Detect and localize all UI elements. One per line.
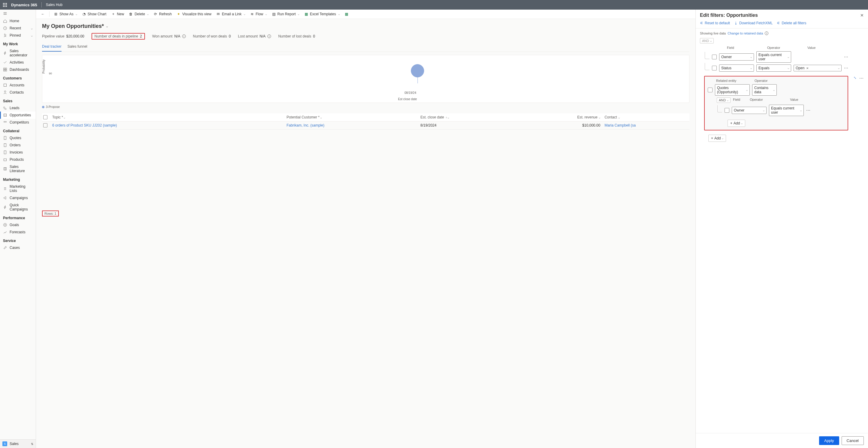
cmd-label: Refresh: [159, 12, 172, 16]
nav-recent[interactable]: Recent ⌵: [0, 25, 36, 32]
nav-goals[interactable]: Goals: [0, 221, 36, 229]
view-title[interactable]: My Open Opportunities* ⌵: [42, 23, 689, 29]
nav-products[interactable]: Products: [0, 156, 36, 163]
metric-pipeline-value: Pipeline value$20,000.00: [42, 34, 84, 38]
area-badge-icon: S: [2, 441, 7, 446]
condition-checkbox[interactable]: [708, 88, 713, 92]
show-chart-button[interactable]: ◔Show Chart: [80, 11, 108, 18]
nav-invoices[interactable]: Invoices: [0, 149, 36, 156]
related-entity-select[interactable]: Quotes (Opportunity)⌵: [715, 84, 750, 96]
more-actions-button[interactable]: ⋯: [806, 108, 811, 113]
col-topic[interactable]: Topic *⌵: [52, 115, 287, 119]
nav-sales-literature[interactable]: Sales Literature: [0, 163, 36, 175]
visualize-button[interactable]: ✦Visualize this view: [175, 11, 213, 18]
select-all-checkbox[interactable]: [43, 115, 48, 119]
chart-bubble[interactable]: [411, 64, 424, 77]
value-tag-input[interactable]: Open✕⌵: [794, 65, 842, 71]
col-close-date[interactable]: Est. close date ↑⌵: [421, 115, 521, 119]
more-actions-button[interactable]: ⋯: [844, 66, 848, 70]
more-actions-button[interactable]: ⋯: [844, 55, 848, 59]
refresh-button[interactable]: ⟳Refresh: [152, 11, 174, 18]
condition-checkbox[interactable]: [712, 66, 717, 70]
operator-select[interactable]: Equals current user⌵: [756, 51, 791, 63]
email-link-button[interactable]: ✉Email a Link⌵: [214, 11, 247, 18]
related-operator-select[interactable]: Contains data⌵: [752, 84, 777, 96]
excel-templates-button[interactable]: ▦Excel Templates⌵: [302, 11, 341, 18]
col-revenue[interactable]: Est. revenue ⌵: [521, 115, 604, 119]
svg-rect-5: [4, 84, 7, 87]
nav-campaigns[interactable]: Campaigns: [0, 194, 36, 202]
nav-dashboards[interactable]: Dashboards: [0, 66, 36, 73]
download-fetchxml-button[interactable]: ⭳Download FetchXML: [734, 21, 773, 25]
cancel-button[interactable]: Cancel: [842, 436, 864, 445]
area-switcher[interactable]: S Sales ⇅: [0, 439, 36, 448]
field-select[interactable]: Status⌵: [719, 65, 754, 72]
close-button[interactable]: ✕: [860, 13, 864, 18]
hamburger-icon[interactable]: [0, 10, 36, 18]
nav-quotes[interactable]: Quotes: [0, 134, 36, 142]
info-icon[interactable]: i: [182, 34, 186, 38]
rows-count: Rows: 1: [42, 210, 59, 216]
operator-select[interactable]: Equals current user⌵: [769, 105, 804, 116]
group-operator-chip[interactable]: AND⌵: [700, 38, 714, 43]
more-actions-button[interactable]: ⋯: [859, 76, 864, 81]
col-customer[interactable]: Potential Customer *⌵: [287, 115, 421, 119]
tab-sales-funnel[interactable]: Sales funnel: [67, 42, 87, 51]
info-icon[interactable]: i: [765, 32, 768, 35]
condition-checkbox[interactable]: [724, 108, 729, 113]
doc-icon: [3, 150, 7, 154]
nav-home[interactable]: Home: [0, 18, 36, 25]
add-nested-button[interactable]: +Add⌵: [727, 119, 745, 127]
chevron-down-icon: ⌵: [338, 12, 340, 15]
app-launcher-icon[interactable]: [3, 3, 7, 7]
flow-button[interactable]: ≋Flow⌵: [248, 11, 269, 18]
nav-contacts[interactable]: Contacts: [0, 89, 36, 96]
chevron-down-icon: ⌵: [722, 137, 723, 140]
nav-forecasts[interactable]: Forecasts: [0, 229, 36, 236]
nav-leads[interactable]: Leads: [0, 104, 36, 111]
wrench-icon: [3, 246, 7, 250]
add-condition-button[interactable]: +Add⌵: [708, 135, 726, 142]
deal-tracker-chart: Probability 90 08/19/24 Est close date: [42, 55, 689, 103]
col-contact[interactable]: Contact ⌵: [604, 115, 688, 119]
excel-icon: ▦: [345, 12, 349, 16]
nav-orders[interactable]: Orders: [0, 142, 36, 149]
change-retained-link[interactable]: Change to retained data: [727, 32, 763, 35]
nav-accounts[interactable]: Accounts: [0, 81, 36, 89]
operator-select[interactable]: Equals⌵: [756, 65, 791, 72]
nested-group-operator-chip[interactable]: AND⌵: [717, 98, 731, 103]
nav-label: Opportunities: [10, 113, 31, 117]
delete-button[interactable]: 🗑Delete⌵: [127, 11, 150, 18]
nav-competitors[interactable]: Competitors: [0, 119, 36, 126]
grid-row[interactable]: 6 orders of Product SKU JJ202 (sample) F…: [42, 122, 689, 130]
cell-customer[interactable]: Fabrikam, Inc. (sample): [287, 123, 421, 128]
condition-checkbox[interactable]: [712, 55, 717, 59]
export-excel-button[interactable]: ▦: [343, 11, 350, 18]
row-checkbox[interactable]: [43, 123, 48, 128]
nav-quick-campaigns[interactable]: Quick Campaigns: [0, 202, 36, 213]
collapse-icon[interactable]: ⤡: [854, 76, 856, 80]
field-select[interactable]: Owner⌵: [719, 54, 754, 61]
cell-topic[interactable]: 6 orders of Product SKU JJ202 (sample): [52, 123, 287, 128]
reset-default-button[interactable]: ⚟Reset to default: [700, 21, 730, 25]
run-report-button[interactable]: ▤Run Report⌵: [270, 11, 301, 18]
show-as-button[interactable]: ⊞Show As⌵: [52, 11, 79, 18]
tab-deal-tracker[interactable]: Deal tracker: [42, 42, 62, 51]
back-button[interactable]: ←: [39, 11, 47, 18]
apply-button[interactable]: Apply: [819, 436, 839, 445]
cmd-label: Show As: [59, 12, 73, 16]
cell-contact[interactable]: Maria Campbell (sa: [604, 123, 688, 128]
nav-marketing-lists[interactable]: Marketing Lists: [0, 183, 36, 194]
nav-activities[interactable]: Activities: [0, 59, 36, 66]
remove-tag-icon[interactable]: ✕: [806, 67, 809, 70]
new-button[interactable]: +New: [109, 11, 126, 18]
nav-pinned[interactable]: Pinned ⌵: [0, 32, 36, 39]
info-icon[interactable]: i: [268, 34, 271, 38]
nav-sales-accelerator[interactable]: Sales accelerator: [0, 47, 36, 59]
nav-opportunities[interactable]: Opportunities: [0, 111, 36, 119]
field-select[interactable]: Owner⌵: [732, 107, 767, 114]
delete-all-filters-button[interactable]: ⚟Delete all filters: [777, 21, 806, 25]
plus-icon: +: [730, 121, 732, 125]
nav-cases[interactable]: Cases: [0, 244, 36, 251]
metric-won-deals: Number of won deals0: [193, 34, 231, 38]
